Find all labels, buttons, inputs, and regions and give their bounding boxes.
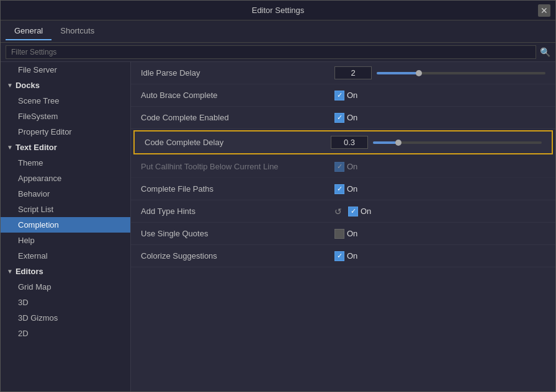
checkbox-control[interactable]: ✓ On <box>334 91 357 100</box>
sidebar-item-behavior[interactable]: Behavior <box>1 186 130 202</box>
sidebar-item-label: Theme <box>18 158 43 167</box>
setting-colorize-suggestions: Colorize Suggestions ✓ On <box>131 245 555 267</box>
checkbox-checked-icon: ✓ <box>334 251 344 261</box>
setting-put-callhint: Put Callhint Tooltip Below Current Line … <box>131 156 555 178</box>
setting-label: Put Callhint Tooltip Below Current Line <box>141 162 334 171</box>
sidebar-section-label: Editors <box>16 267 43 276</box>
setting-control: 2 <box>334 66 545 79</box>
main-panel: Idle Parse Delay 2 Auto Brace Complete <box>131 62 555 391</box>
setting-control: On <box>334 229 545 239</box>
sidebar-item-help[interactable]: Help <box>1 233 130 248</box>
checkbox-checked-icon: ✓ <box>348 207 358 216</box>
setting-label: Colorize Suggestions <box>141 251 334 261</box>
setting-control: 0.3 <box>331 136 542 149</box>
checkbox-control[interactable]: ✓ On <box>334 184 357 194</box>
slider-container: 2 <box>334 66 545 79</box>
sidebar: File Server ▼ Docks Scene Tree FileSyste… <box>1 62 131 391</box>
reset-icon[interactable]: ↺ <box>334 207 342 216</box>
setting-control: ✓ On <box>334 91 545 100</box>
sidebar-item-label: Property Editor <box>18 127 72 136</box>
sidebar-item-label: Appearance <box>18 174 61 183</box>
setting-control: ↺ ✓ On <box>334 207 545 216</box>
setting-label: Complete File Paths <box>141 184 334 194</box>
slider-container: 0.3 <box>331 136 542 149</box>
on-label: On <box>347 113 357 122</box>
filter-input[interactable] <box>6 45 536 59</box>
filter-bar: 🔍 <box>1 43 555 62</box>
chevron-down-icon: ▼ <box>7 144 13 151</box>
sidebar-item-label: Grid Map <box>18 282 51 292</box>
slider-track[interactable] <box>373 141 542 144</box>
checkbox-checked-icon: ✓ <box>334 162 344 172</box>
setting-control: ✓ On <box>334 113 545 123</box>
setting-auto-brace-complete: Auto Brace Complete ✓ On <box>131 84 555 107</box>
sidebar-item-label: Completion <box>18 220 59 229</box>
setting-idle-parse-delay: Idle Parse Delay 2 <box>131 62 555 84</box>
checkbox-unchecked-icon <box>334 229 344 239</box>
editor-settings-window: Editor Settings ✕ General Shortcuts 🔍 Fi… <box>0 0 556 392</box>
checkbox-control[interactable]: ✓ On <box>348 207 371 216</box>
sidebar-item-2d[interactable]: 2D <box>1 326 130 341</box>
sidebar-section-docks[interactable]: ▼ Docks <box>1 78 130 93</box>
slider-thumb <box>395 140 401 146</box>
checkbox-control[interactable]: ✓ On <box>334 162 357 172</box>
on-label: On <box>347 184 357 194</box>
checkbox-control[interactable]: ✓ On <box>334 251 357 261</box>
sidebar-item-label: 3D Gizmos <box>18 313 58 323</box>
search-icon: 🔍 <box>540 47 550 57</box>
setting-code-complete-delay: Code Complete Delay 0.3 <box>133 130 553 154</box>
slider-value[interactable]: 2 <box>334 66 372 79</box>
tab-shortcuts[interactable]: Shortcuts <box>52 22 103 40</box>
slider-track[interactable] <box>377 72 545 74</box>
setting-control: ✓ On <box>334 251 545 261</box>
content-area: File Server ▼ Docks Scene Tree FileSyste… <box>1 62 555 391</box>
sidebar-section-editors[interactable]: ▼ Editors <box>1 264 130 279</box>
sidebar-item-external[interactable]: External <box>1 248 130 264</box>
sidebar-item-label: Scene Tree <box>18 96 60 105</box>
chevron-down-icon: ▼ <box>7 268 13 275</box>
sidebar-item-completion[interactable]: Completion <box>1 217 130 233</box>
on-label: On <box>347 91 357 100</box>
window-title: Editor Settings <box>252 6 305 15</box>
checkbox-control[interactable]: ✓ On <box>334 113 357 123</box>
sidebar-item-filesystem[interactable]: FileSystem <box>1 109 130 124</box>
sidebar-item-file-server[interactable]: File Server <box>1 62 130 78</box>
sidebar-item-label: FileSystem <box>18 112 58 121</box>
on-label: On <box>347 229 357 238</box>
on-label: On <box>347 162 357 171</box>
sidebar-section-text-editor[interactable]: ▼ Text Editor <box>1 140 130 155</box>
sidebar-item-label: 2D <box>18 329 29 338</box>
setting-complete-file-paths: Complete File Paths ✓ On <box>131 178 555 200</box>
setting-use-single-quotes: Use Single Quotes On <box>131 223 555 245</box>
setting-add-type-hints: Add Type Hints ↺ ✓ On <box>131 200 555 223</box>
setting-control: ✓ On <box>334 162 545 172</box>
close-button[interactable]: ✕ <box>538 4 550 17</box>
setting-control: ✓ On <box>334 184 545 194</box>
setting-code-complete-enabled: Code Complete Enabled ✓ On <box>131 107 555 129</box>
sidebar-item-theme[interactable]: Theme <box>1 155 130 171</box>
sidebar-item-3d[interactable]: 3D <box>1 295 130 310</box>
checkbox-checked-icon: ✓ <box>334 184 344 194</box>
sidebar-item-label: File Server <box>18 65 57 74</box>
checkbox-checked-icon: ✓ <box>334 113 344 123</box>
sidebar-item-script-list[interactable]: Script List <box>1 202 130 217</box>
setting-label: Auto Brace Complete <box>141 91 334 100</box>
slider-thumb <box>416 70 422 76</box>
sidebar-item-label: External <box>18 251 48 261</box>
sidebar-item-property-editor[interactable]: Property Editor <box>1 124 130 140</box>
chevron-down-icon: ▼ <box>7 82 13 89</box>
sidebar-item-grid-map[interactable]: Grid Map <box>1 279 130 295</box>
sidebar-item-scene-tree[interactable]: Scene Tree <box>1 93 130 109</box>
setting-label: Use Single Quotes <box>141 229 334 238</box>
setting-label: Code Complete Delay <box>145 138 331 147</box>
setting-label: Add Type Hints <box>141 207 334 216</box>
slider-value[interactable]: 0.3 <box>331 136 368 149</box>
checkbox-control[interactable]: On <box>334 229 357 239</box>
sidebar-item-label: Behavior <box>18 189 50 198</box>
sidebar-item-appearance[interactable]: Appearance <box>1 171 130 186</box>
slider-fill <box>377 72 419 74</box>
tab-general[interactable]: General <box>6 22 52 40</box>
setting-label: Idle Parse Delay <box>141 68 334 78</box>
sidebar-item-3d-gizmos[interactable]: 3D Gizmos <box>1 310 130 326</box>
sidebar-section-label: Docks <box>16 81 40 90</box>
